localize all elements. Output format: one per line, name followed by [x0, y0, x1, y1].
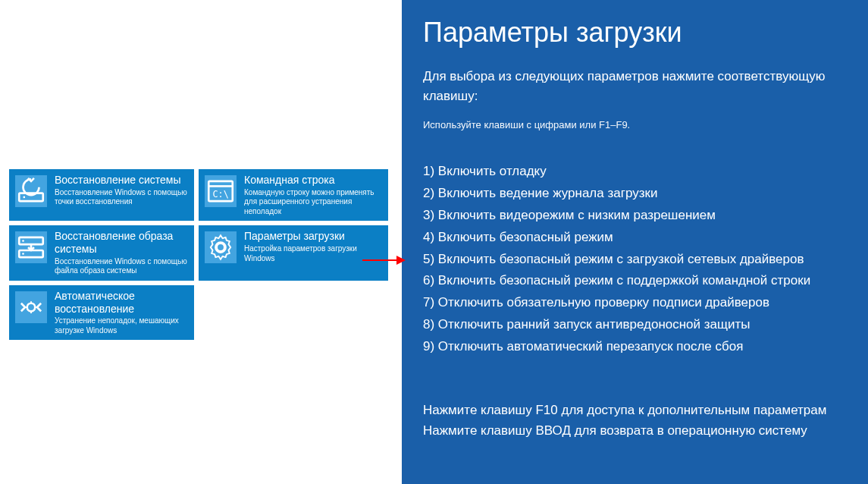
tile-desc: Восстановление Windows с помощью точки в… — [55, 188, 188, 207]
arrow-indicator — [362, 256, 406, 265]
hint: Используйте клавиши с цифрами или F1–F9. — [423, 119, 860, 130]
tile-system-restore[interactable]: Восстановление системы Восстановление Wi… — [9, 169, 194, 221]
tile-system-image-recovery[interactable]: Восстановление образа системы Восстановл… — [9, 225, 194, 281]
option-7[interactable]: 7) Отключить обязательную проверку подпи… — [423, 292, 860, 314]
image-recovery-icon — [15, 231, 47, 263]
svg-point-8 — [22, 253, 24, 256]
option-6[interactable]: 6) Включить безопасный режим с поддержко… — [423, 270, 860, 292]
tile-title: Восстановление системы — [55, 174, 188, 187]
command-prompt-icon: C:\ — [205, 175, 237, 207]
footer-f10: Нажмите клавишу F10 для доступа к дополн… — [423, 400, 860, 420]
svg-point-6 — [22, 240, 24, 242]
tile-desc: Устранение неполадок, мешающих загрузке … — [55, 316, 188, 335]
tile-desc: Настройка параметров загрузки Windows — [244, 244, 382, 263]
footer-enter: Нажмите клавишу ВВОД для возврата в опер… — [423, 420, 860, 441]
tile-command-prompt[interactable]: C:\ Командная строка Командную строку мо… — [199, 169, 388, 221]
svg-text:C:\: C:\ — [213, 189, 229, 200]
tile-title: Автоматическое восстановление — [55, 290, 188, 316]
option-1[interactable]: 1) Включить отладку — [423, 161, 860, 183]
tile-startup-settings[interactable]: Параметры загрузки Настройка параметров … — [199, 225, 388, 281]
startup-options-list: 1) Включить отладку 2) Включить ведение … — [423, 161, 860, 358]
subtitle: Для выбора из следующих параметров нажми… — [423, 67, 860, 105]
system-restore-icon — [15, 175, 47, 207]
option-2[interactable]: 2) Включить ведение журнала загрузки — [423, 183, 860, 205]
option-5[interactable]: 5) Включить безопасный режим с загрузкой… — [423, 249, 860, 271]
svg-point-9 — [27, 303, 36, 312]
tile-title: Командная строка — [244, 174, 382, 187]
gear-icon — [205, 231, 237, 263]
option-4[interactable]: 4) Включить безопасный режим — [423, 227, 860, 249]
recovery-options-panel: Восстановление системы Восстановление Wi… — [0, 0, 402, 484]
page-title: Параметры загрузки — [423, 17, 860, 49]
tile-title: Восстановление образа системы — [55, 230, 188, 256]
option-9[interactable]: 9) Отключить автоматический перезапуск п… — [423, 336, 860, 358]
svg-point-1 — [24, 196, 26, 199]
tile-desc: Командную строку можно применять для рас… — [244, 188, 382, 217]
tile-title: Параметры загрузки — [244, 230, 382, 243]
startup-settings-panel: Параметры загрузки Для выбора из следующ… — [402, 0, 868, 484]
automatic-repair-icon — [15, 291, 47, 323]
option-3[interactable]: 3) Включить видеорежим с низким разрешен… — [423, 205, 860, 227]
option-8[interactable]: 8) Отключить ранний запуск антивредоносн… — [423, 314, 860, 336]
tile-automatic-repair[interactable]: Автоматическое восстановление Устранение… — [9, 285, 194, 341]
tile-desc: Восстановление Windows с помощью файла о… — [55, 257, 188, 276]
